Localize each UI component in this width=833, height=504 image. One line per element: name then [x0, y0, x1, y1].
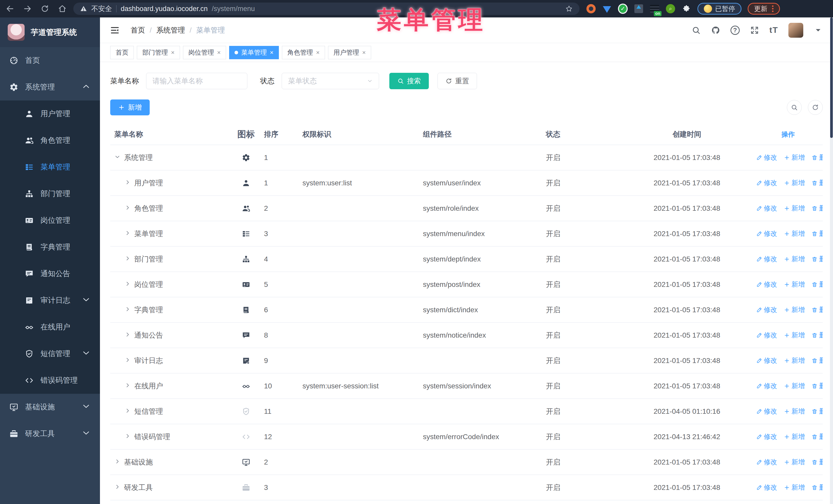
edit-link[interactable]: 修改	[756, 432, 777, 441]
home-browser-icon[interactable]	[58, 4, 67, 13]
status-select[interactable]: 菜单状态	[282, 73, 379, 89]
cell-menu-name[interactable]: 通知公告	[110, 331, 231, 340]
cell-menu-name[interactable]: 角色管理	[110, 203, 231, 213]
sidebar-item-审计日志[interactable]: 审计日志	[0, 287, 100, 314]
sidebar-item-系统管理[interactable]: 系统管理	[0, 74, 100, 100]
cell-menu-name[interactable]: 岗位管理	[110, 280, 231, 289]
add-link[interactable]: 新增	[784, 204, 805, 213]
sidebar-item-在线用户[interactable]: 在线用户	[0, 314, 100, 340]
collapse-sidebar-icon[interactable]	[110, 26, 119, 35]
cell-menu-name[interactable]: 审计日志	[110, 356, 231, 365]
table-row-岗位管理[interactable]: 岗位管理5system/post/index开启2021-01-05 17:03…	[110, 272, 823, 297]
add-link[interactable]: 新增	[784, 153, 805, 162]
extension-list-on-icon[interactable]: on	[650, 4, 660, 14]
bookmark-star-icon[interactable]	[565, 5, 573, 13]
sidebar-item-基础设施[interactable]: 基础设施	[0, 394, 100, 421]
add-link[interactable]: 新增	[784, 483, 805, 492]
edit-link[interactable]: 修改	[756, 153, 777, 162]
not-secure-warning-icon[interactable]	[80, 5, 87, 12]
sidebar-item-首页[interactable]: 首页	[0, 47, 100, 74]
address-bar[interactable]: 不安全 dashboard.yudao.iocoder.cn/system/me…	[73, 3, 579, 15]
add-link[interactable]: 新增	[784, 255, 805, 264]
delete-link[interactable]: 删除	[811, 381, 823, 390]
sidebar-item-错误码管理[interactable]: 错误码管理	[0, 367, 100, 394]
extension-tabs-icon[interactable]	[634, 4, 644, 14]
cell-menu-name[interactable]: 部门管理	[110, 254, 231, 264]
table-row-系统管理[interactable]: 系统管理1开启2021-01-05 17:03:48修改新增删除	[110, 145, 823, 170]
edit-link[interactable]: 修改	[756, 255, 777, 264]
tab-菜单管理[interactable]: 菜单管理×	[229, 46, 279, 59]
edit-link[interactable]: 修改	[756, 381, 777, 390]
edit-link[interactable]: 修改	[756, 483, 777, 492]
back-icon[interactable]	[6, 4, 14, 13]
extension-bug-icon[interactable]: ⌕	[666, 4, 675, 14]
delete-link[interactable]: 删除	[811, 407, 823, 416]
table-row-审计日志[interactable]: 审计日志9开启2021-01-05 17:03:48修改新增删除	[110, 348, 823, 374]
delete-link[interactable]: 删除	[811, 255, 823, 264]
breadcrumb-home[interactable]: 首页	[131, 25, 145, 35]
extensions-puzzle-icon[interactable]	[682, 4, 691, 14]
add-link[interactable]: 新增	[784, 432, 805, 441]
add-link[interactable]: 新增	[784, 407, 805, 416]
edit-link[interactable]: 修改	[756, 356, 777, 365]
avatar-dropdown-caret-icon[interactable]	[813, 26, 823, 35]
user-avatar[interactable]	[788, 23, 803, 38]
delete-link[interactable]: 删除	[811, 153, 823, 162]
sidebar-item-短信管理[interactable]: 短信管理	[0, 340, 100, 367]
github-icon[interactable]	[711, 26, 720, 35]
table-row-角色管理[interactable]: 角色管理2system/role/index开启2021-01-05 17:03…	[110, 196, 823, 221]
edit-link[interactable]: 修改	[756, 458, 777, 466]
table-row-短信管理[interactable]: 短信管理11开启2021-04-05 01:10:16修改新增删除	[110, 399, 823, 424]
table-row-字典管理[interactable]: 字典管理6system/dict/index开启2021-01-05 17:03…	[110, 297, 823, 323]
table-row-在线用户[interactable]: 在线用户10system:user-session:listsystem/ses…	[110, 374, 823, 399]
extension-gem-icon[interactable]	[602, 4, 612, 14]
add-link[interactable]: 新增	[784, 178, 805, 187]
add-link[interactable]: 新增	[784, 280, 805, 289]
table-row-通知公告[interactable]: 通知公告8system/notice/index开启2021-01-05 17:…	[110, 323, 823, 348]
tab-首页[interactable]: 首页	[110, 46, 134, 59]
add-link[interactable]: 新增	[784, 458, 805, 466]
breadcrumb-system[interactable]: 系统管理	[156, 25, 185, 35]
fullscreen-icon[interactable]	[750, 26, 759, 35]
sidebar-item-菜单管理[interactable]: 菜单管理	[0, 154, 100, 181]
add-link[interactable]: 新增	[784, 356, 805, 365]
font-size-icon[interactable]: tT	[769, 25, 778, 35]
delete-link[interactable]: 删除	[811, 178, 823, 187]
tab-角色管理[interactable]: 角色管理×	[282, 46, 325, 59]
edit-link[interactable]: 修改	[756, 305, 777, 314]
delete-link[interactable]: 删除	[811, 229, 823, 238]
add-link[interactable]: 新增	[784, 381, 805, 390]
table-row-基础设施[interactable]: 基础设施2开启2021-01-05 17:03:48修改新增删除	[110, 450, 823, 475]
cell-menu-name[interactable]: 菜单管理	[110, 229, 231, 239]
browser-menu-dots-icon[interactable]	[772, 5, 774, 12]
delete-link[interactable]: 删除	[811, 331, 823, 340]
cell-menu-name[interactable]: 研发工具	[110, 483, 231, 493]
edit-link[interactable]: 修改	[756, 178, 777, 187]
toggle-search-button[interactable]	[787, 100, 802, 115]
search-icon[interactable]	[691, 26, 701, 35]
tab-岗位管理[interactable]: 岗位管理×	[183, 46, 226, 59]
table-row-菜单管理[interactable]: 菜单管理3system/menu/index开启2021-01-05 17:03…	[110, 221, 823, 247]
reset-button[interactable]: 重置	[437, 73, 477, 89]
cell-menu-name[interactable]: 错误码管理	[110, 432, 231, 442]
paused-extension-pill[interactable]: 已暂停	[697, 3, 741, 15]
cell-menu-name[interactable]: 在线用户	[110, 381, 231, 391]
delete-link[interactable]: 删除	[811, 204, 823, 213]
tab-close-icon[interactable]: ×	[270, 49, 273, 56]
add-link[interactable]: 新增	[784, 305, 805, 314]
delete-link[interactable]: 删除	[811, 356, 823, 365]
sidebar-item-用户管理[interactable]: 用户管理	[0, 100, 100, 127]
update-browser-button[interactable]: 更新	[748, 3, 780, 15]
sidebar-item-角色管理[interactable]: 角色管理	[0, 127, 100, 154]
logo-row[interactable]: 芋道管理系统	[0, 18, 100, 47]
page-scrollbar[interactable]	[830, 18, 833, 504]
cell-menu-name[interactable]: 基础设施	[110, 457, 231, 467]
tab-close-icon[interactable]: ×	[171, 49, 174, 56]
edit-link[interactable]: 修改	[756, 204, 777, 213]
edit-link[interactable]: 修改	[756, 331, 777, 340]
cell-menu-name[interactable]: 字典管理	[110, 305, 231, 315]
sidebar-item-字典管理[interactable]: 字典管理	[0, 234, 100, 261]
cell-menu-name[interactable]: 用户管理	[110, 178, 231, 188]
edit-link[interactable]: 修改	[756, 229, 777, 238]
table-row-部门管理[interactable]: 部门管理4system/dept/index开启2021-01-05 17:03…	[110, 247, 823, 272]
